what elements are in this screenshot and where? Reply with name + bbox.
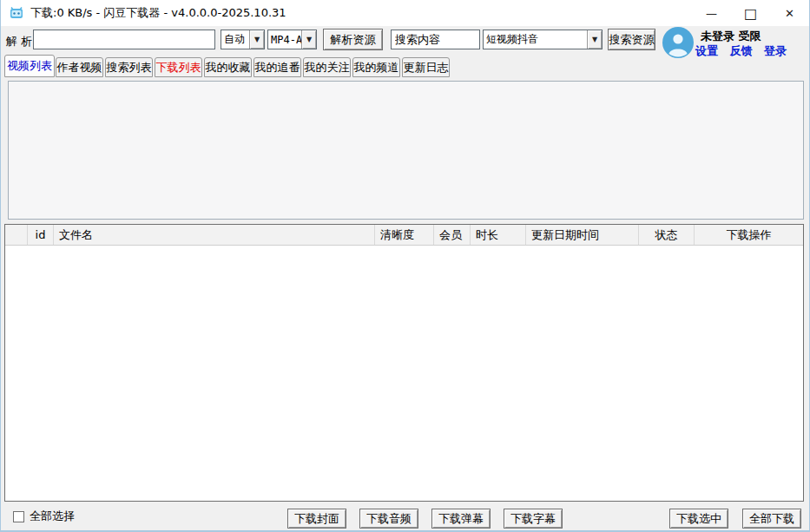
quality-select-value: 自动 (221, 30, 249, 49)
maximize-button[interactable]: □ (731, 0, 770, 26)
tab-my-follows[interactable]: 我的关注 (303, 57, 351, 77)
parse-label: 解 析: (6, 34, 36, 49)
search-resource-button[interactable]: 搜索资源 (608, 29, 655, 50)
download-subtitle-button[interactable]: 下载字幕 (504, 509, 563, 529)
parse-url-input[interactable] (33, 30, 215, 49)
column-header-vip[interactable]: 会员 (434, 225, 471, 245)
select-all-label: 全部选择 (30, 509, 75, 524)
quality-select[interactable]: 自动 ▼ (221, 30, 265, 49)
login-status-text: 未登录 受限 (701, 29, 761, 44)
column-header-id[interactable]: id (28, 225, 54, 245)
download-selected-button[interactable]: 下载选中 (669, 509, 728, 529)
chevron-down-icon[interactable]: ▼ (301, 30, 316, 49)
download-cover-button[interactable]: 下载封面 (287, 509, 346, 529)
chevron-down-icon[interactable]: ▼ (249, 30, 264, 49)
site-select[interactable]: 短视频抖音 ▼ (483, 30, 603, 49)
account-links: 设置 反馈 登录 (695, 43, 794, 59)
footer-bar: 全部选择 下载封面 下载音频 下载弹幕 下载字幕 下载选中 全部下载 (1, 502, 809, 530)
tab-video-list[interactable]: 视频列表 (4, 55, 55, 77)
tab-search-list[interactable]: 搜索列表 (105, 57, 153, 77)
column-header-status[interactable]: 状态 (639, 225, 695, 245)
select-all-checkbox[interactable] (13, 511, 24, 522)
window-controls: — □ ✕ (692, 0, 809, 26)
login-link[interactable]: 登录 (764, 44, 787, 57)
column-header-select[interactable] (5, 225, 28, 245)
select-all-control: 全部选择 (13, 509, 75, 524)
tab-my-favorites[interactable]: 我的收藏 (204, 57, 252, 77)
tab-author-videos[interactable]: 作者视频 (56, 57, 103, 77)
tab-my-channels[interactable]: 我的频道 (352, 57, 400, 77)
settings-link[interactable]: 设置 (695, 44, 718, 57)
download-audio-button[interactable]: 下载音频 (359, 509, 418, 529)
format-select[interactable]: MP4-AVC ▼ (267, 30, 317, 49)
close-button[interactable]: ✕ (770, 0, 809, 26)
column-header-filename[interactable]: 文件名 (54, 225, 375, 245)
tab-changelog[interactable]: 更新日志 (402, 57, 450, 77)
title-bar: 下载:0 KB/s - 闪豆下载器 - v4.0.0.0-2025.10.31 … (1, 0, 809, 26)
app-window: 下载:0 KB/s - 闪豆下载器 - v4.0.0.0-2025.10.31 … (0, 0, 810, 532)
download-danmaku-button[interactable]: 下载弹幕 (431, 509, 491, 529)
search-input[interactable] (391, 30, 480, 49)
chevron-down-icon[interactable]: ▼ (587, 30, 602, 49)
user-avatar-icon[interactable] (662, 27, 694, 58)
column-header-duration[interactable]: 时长 (471, 225, 526, 245)
results-table: id 文件名 清晰度 会员 时长 更新日期时间 状态 下载操作 (4, 224, 804, 502)
app-logo-icon (10, 6, 23, 20)
tab-download-list[interactable]: 下载列表 (155, 57, 202, 77)
feedback-link[interactable]: 反馈 (730, 44, 753, 57)
table-body-empty (5, 246, 803, 501)
table-header-row: id 文件名 清晰度 会员 时长 更新日期时间 状态 下载操作 (5, 225, 803, 246)
site-select-value: 短视频抖音 (484, 30, 587, 49)
format-select-value: MP4-AVC (268, 30, 301, 49)
column-header-download-actions[interactable]: 下载操作 (695, 225, 803, 245)
minimize-button[interactable]: — (692, 0, 731, 26)
parse-resource-button[interactable]: 解析资源 (323, 29, 383, 50)
download-all-button[interactable]: 全部下载 (742, 509, 801, 529)
window-title: 下载:0 KB/s - 闪豆下载器 - v4.0.0.0-2025.10.31 (30, 5, 286, 21)
column-header-update-time[interactable]: 更新日期时间 (526, 225, 639, 245)
tab-my-bangumi[interactable]: 我的追番 (254, 57, 301, 77)
column-header-quality[interactable]: 清晰度 (375, 225, 434, 245)
video-list-panel (8, 81, 804, 220)
